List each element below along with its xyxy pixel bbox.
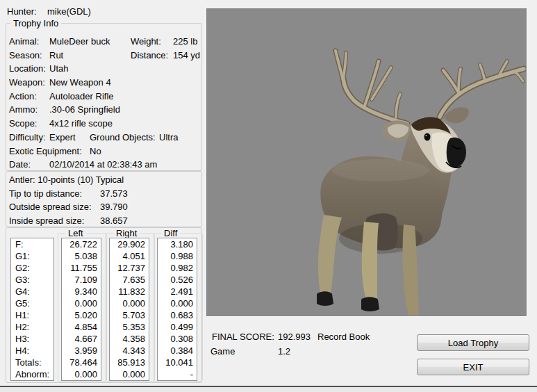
score-diff-value: 0.384 bbox=[158, 345, 197, 357]
field-value: Expert bbox=[49, 131, 76, 145]
score-diff-value: 3.180 bbox=[158, 238, 197, 250]
score-left-value: 0.000 bbox=[62, 297, 101, 309]
score-right-value: 7.635 bbox=[110, 274, 149, 286]
score-row-label: F: bbox=[11, 238, 53, 250]
score-right-value: 0.000 bbox=[110, 368, 149, 380]
field-label: Season: bbox=[9, 49, 42, 63]
score-right-value: 11.832 bbox=[110, 286, 149, 297]
field-value: 4x12 rifle scope bbox=[49, 117, 113, 131]
score-right-value: 5.703 bbox=[110, 309, 149, 321]
final-score-value: 192.993 bbox=[278, 332, 311, 343]
score-left-value: 7.109 bbox=[62, 274, 101, 286]
score-right-value: 85.913 bbox=[110, 357, 149, 368]
hunter-row: Hunter: mike(GDL) bbox=[7, 6, 37, 17]
score-right-value: 4.358 bbox=[110, 333, 149, 345]
score-left-listbox: 26.7225.03811.7557.1099.3400.0005.0204.8… bbox=[61, 238, 101, 381]
field-label: Scope: bbox=[9, 117, 37, 131]
score-right-value: 5.353 bbox=[110, 321, 149, 333]
field-label: Outside spread size: bbox=[9, 200, 92, 214]
score-diff-value: 2.491 bbox=[158, 286, 197, 297]
field-value: 154 yd bbox=[173, 49, 200, 63]
score-right-value: 12.737 bbox=[110, 262, 149, 274]
score-left-value: 5.020 bbox=[62, 309, 101, 321]
score-row-label: Totals: bbox=[11, 357, 53, 368]
antler-info-row: Outside spread size: 39.790 bbox=[6, 200, 201, 214]
field-label: Exotic Equipment: bbox=[9, 145, 82, 158]
field-value: Ultra bbox=[159, 131, 178, 145]
antler-info-row: Antler: 10-points (10) Typical bbox=[6, 173, 201, 187]
deer-eye bbox=[424, 133, 431, 141]
score-right-header: Right bbox=[113, 228, 140, 238]
score-left-column-group: Left 26.7225.03811.7557.1099.3400.0005.0… bbox=[58, 233, 107, 382]
score-diff-value: - bbox=[158, 368, 197, 380]
score-row-label: Abnorm: bbox=[11, 368, 53, 380]
game-version-value: 1.2 bbox=[278, 346, 290, 357]
score-row-label: G3: bbox=[11, 274, 53, 286]
score-left-value: 0.000 bbox=[62, 368, 101, 380]
score-row-label: H1: bbox=[11, 309, 53, 321]
score-left-header: Left bbox=[65, 228, 86, 238]
field-label: Difficulty: bbox=[9, 131, 46, 145]
score-diff-value: 0.000 bbox=[158, 297, 197, 309]
field-value: MuleDeer buck bbox=[49, 35, 110, 49]
score-left-value: 4.854 bbox=[62, 321, 101, 333]
score-diff-value: 0.526 bbox=[158, 274, 197, 286]
field-value: 225 lb bbox=[173, 35, 197, 49]
trophy-info-row: Date: 02/10/2014 at 02:38:43 am bbox=[6, 158, 201, 172]
hunter-value: mike(GDL) bbox=[47, 6, 91, 17]
field-label: Tip to tip distance: bbox=[9, 187, 82, 201]
score-diff-listbox: 3.1800.9880.9820.5262.4910.0000.6830.499… bbox=[157, 238, 197, 381]
score-row-label: H4: bbox=[11, 345, 53, 357]
trophy-info-row: Exotic Equipment: No bbox=[6, 145, 201, 158]
score-left-value: 11.755 bbox=[62, 262, 101, 274]
exit-button[interactable]: EXIT bbox=[417, 359, 529, 375]
game-version-label: Game bbox=[210, 346, 235, 357]
trophy-info-group: Trophy Info Animal: MuleDeer buck Weight… bbox=[6, 23, 202, 171]
trophy-info-row: Location: Utah bbox=[6, 62, 201, 76]
score-left-value: 4.667 bbox=[62, 333, 101, 345]
field-label: Weight: bbox=[131, 35, 161, 49]
score-right-listbox: 29.9024.05112.7377.63511.8320.0005.7035.… bbox=[109, 238, 149, 381]
field-value: Autoloader Rifle bbox=[49, 90, 114, 104]
antler-info-row: Inside spread size: 38.657 bbox=[6, 214, 201, 228]
score-right-value: 0.000 bbox=[110, 297, 149, 309]
field-label: Action: bbox=[9, 90, 37, 104]
field-label: Location: bbox=[9, 62, 46, 76]
antlers-shadow bbox=[336, 51, 524, 124]
score-row-labels-listbox: F:G1:G2:G3:G4:G5:H1:H2:H3:H4:Totals:Abno… bbox=[10, 238, 54, 381]
score-table-group: F:G1:G2:G3:G4:G5:H1:H2:H3:H4:Totals:Abno… bbox=[6, 227, 202, 383]
trophy-info-row: Scope: 4x12 rifle scope bbox=[6, 117, 201, 131]
score-left-value: 5.038 bbox=[62, 250, 101, 262]
record-book-label: Record Book bbox=[317, 332, 370, 343]
field-label: Ammo: bbox=[9, 103, 38, 117]
field-label: Ground Objects: bbox=[90, 131, 156, 145]
score-row-label: H3: bbox=[11, 333, 53, 345]
trophy-info-title: Trophy Info bbox=[10, 18, 61, 28]
trophy-info-row: Season: Rut Distance: 154 yd bbox=[6, 49, 201, 63]
field-label: Antler: 10-points (10) Typical bbox=[9, 173, 124, 187]
score-diff-column-group: Diff 3.1800.9880.9820.5262.4910.0000.683… bbox=[154, 233, 203, 382]
antler-info-rows: Antler: 10-points (10) Typical Tip to ti… bbox=[6, 173, 201, 228]
score-right-column-group: Right 29.9024.05112.7377.63511.8320.0005… bbox=[106, 233, 155, 382]
antler-info-row: Tip to tip distance: 37.573 bbox=[6, 187, 201, 201]
score-row-label: G5: bbox=[11, 297, 53, 309]
trophy-info-row: Action: Autoloader Rifle bbox=[6, 90, 201, 104]
score-diff-value: 0.683 bbox=[158, 309, 197, 321]
score-row-label: G1: bbox=[11, 250, 53, 262]
score-diff-value: 0.308 bbox=[158, 333, 197, 345]
hunter-label: Hunter: bbox=[7, 6, 37, 17]
antler-info-group: Antler: 10-points (10) Typical Tip to ti… bbox=[6, 171, 202, 227]
score-left-value: 3.959 bbox=[62, 345, 101, 357]
field-value: Utah bbox=[49, 62, 68, 76]
score-row-label: G2: bbox=[11, 262, 53, 274]
field-value: 39.790 bbox=[100, 200, 128, 214]
field-value: Rut bbox=[49, 49, 63, 63]
field-value: 38.657 bbox=[100, 214, 128, 228]
field-label: Weapon: bbox=[9, 76, 45, 90]
score-diff-value: 0.982 bbox=[158, 262, 197, 274]
field-label: Inside spread size: bbox=[9, 214, 84, 228]
deer-legs bbox=[317, 215, 419, 316]
window-bottom-strip bbox=[0, 387, 537, 392]
trophy-image-panel bbox=[206, 8, 527, 316]
load-trophy-button[interactable]: Load Trophy bbox=[417, 334, 529, 351]
